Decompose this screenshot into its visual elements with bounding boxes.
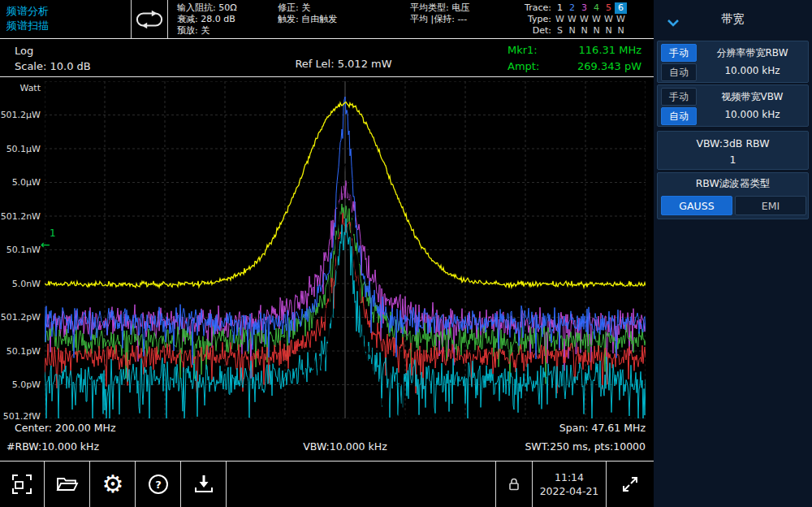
clock-display: 11:14 2022-04-21 [533,462,606,507]
continuous-sweep-button[interactable] [131,0,168,38]
folder-icon [56,474,79,494]
fullscreen-icon [621,475,639,493]
trace-number-row: Trace:123456 [518,2,627,14]
sweep-time-readout: SWT:250 ms, pts:10000 [483,440,646,453]
ref-level-label[interactable]: Ref Lel: 5.012 mW [262,58,425,70]
mode-spectrum-scan[interactable]: 频谱扫描 [6,19,49,33]
trace-2-type: W [566,14,578,25]
vbw-readout: VBW:10.000 kHz [268,440,422,453]
vbw-manual-button[interactable]: 手动 [661,88,697,106]
sweep-loop-icon [136,9,163,30]
spectrum-plot[interactable] [45,81,646,418]
trace-1-det: S [554,25,566,37]
rbw-value[interactable]: 10.000 kHz [698,65,806,76]
lock-icon [508,477,520,492]
chart-header: Log Scale: 10.0 dB Ref Lel: 5.012 mW Mkr… [0,40,654,77]
trace-1-type: W [554,14,566,25]
rbw-filter-type-block: RBW滤波器类型 GAUSS EMI [657,172,809,219]
y-axis-label: 5.0pW [0,379,41,390]
average-type: 平均类型: 电压 [410,2,469,14]
y-axis-label: 501.2μW [0,110,41,120]
trace-detector-row: Det:SNNNNN [518,25,627,37]
mode-spectrum-analysis[interactable]: 频谱分析 [6,4,49,19]
time-display: 11:14 [555,470,584,484]
mode-menu: 频谱分析 频谱扫描 [6,4,49,33]
help-icon: ? [149,474,168,494]
sidebar-header: 带宽 [654,0,812,39]
file-open-button[interactable] [45,462,90,507]
correction: 修正: 关 [278,2,337,14]
bandwidth-menu-panel: 带宽 手动 自动 分辨率带宽RBW 10.000 kHz 手动 自动 视频带宽V… [654,0,812,507]
scale-type-label: Log [15,45,33,57]
trigger: 触发: 自由触发 [278,14,337,25]
trace-3-selector[interactable]: 3 [578,2,590,14]
fullscreen-button[interactable] [607,462,654,507]
trace-1-selector[interactable]: 1 [554,2,566,14]
gear-icon: ⚙ [102,472,124,496]
vbw-rbw-ratio-block[interactable]: VBW:3dB RBW 1 [657,131,809,170]
marker1-label: Mkr1: [508,44,538,56]
marker1-indicator: 1 [50,228,56,239]
span-frequency[interactable]: Span: 47.61 MHz [499,422,646,434]
trace-2-det: N [566,25,578,37]
trace-5-selector[interactable]: 5 [603,2,615,14]
ratio-label: VBW:3dB RBW [658,137,808,150]
bottom-toolbar: ⚙ ? 11:14 2022-04-21 [0,461,654,507]
save-download-icon [193,474,214,495]
trace-6-selector[interactable]: 6 [615,2,627,14]
y-axis-label: 5.0μW [0,177,41,188]
scale-label: Scale: 10.0 dB [15,60,91,72]
trace-4-type: W [590,14,603,25]
sidebar-title: 带宽 [654,12,812,27]
y-axis-label: 50.1μW [0,144,41,154]
ratio-value: 1 [658,154,808,166]
date-display: 2022-04-21 [540,484,599,498]
trace-4-det: N [590,25,603,37]
type-row-label: Type: [518,14,554,25]
trace-6-det: N [615,25,627,37]
y-axis-label: 5.0nW [0,279,41,289]
rbw-label: 分辨率带宽RBW [698,46,806,60]
filter-emi-button[interactable]: EMI [735,196,806,215]
spectrum-analyzer-app: 频谱分析 频谱扫描 输入阻抗: 50Ω 衰减: 28.0 dB 预放: 关 修正… [0,0,812,507]
input-settings-column: 输入阻抗: 50Ω 衰减: 28.0 dB 预放: 关 [177,2,237,37]
rbw-manual-button[interactable]: 手动 [661,44,697,62]
help-button[interactable]: ? [136,462,181,507]
filter-type-label: RBW滤波器类型 [658,177,808,191]
filter-gauss-button[interactable]: GAUSS [661,196,732,215]
settings-button[interactable]: ⚙ [91,462,136,507]
marker1-arrow-icon: ← [41,238,50,251]
trace-5-type: W [603,14,615,25]
save-button[interactable] [182,462,227,507]
top-status-bar: 频谱分析 频谱扫描 输入阻抗: 50Ω 衰减: 28.0 dB 预放: 关 修正… [0,0,654,39]
input-impedance: 输入阻抗: 50Ω [177,2,237,14]
marker1-ampt-label: Ampt: [508,60,539,72]
y-axis-label: 501.2fW [0,411,41,422]
trace-2-selector[interactable]: 2 [566,2,578,14]
rbw-auto-button[interactable]: 自动 [661,63,697,81]
trace-3-type: W [578,14,590,25]
vbw-label: 视频带宽VBW [698,90,806,104]
marker1-frequency: 116.31 MHz [542,44,641,56]
trace-4-selector[interactable]: 4 [590,2,603,14]
center-frequency[interactable]: Center: 200.00 MHz [15,422,116,434]
y-axis-unit: Watt [0,83,41,93]
y-axis-label: 50.1pW [0,346,41,357]
preamp: 预放: 关 [177,25,237,37]
marker1-amplitude: 269.343 pW [542,60,641,72]
average-settings-column: 平均类型: 电压 平均 |保持: --- [410,2,469,25]
vbw-auto-button[interactable]: 自动 [661,107,697,125]
y-axis-label: 501.2nW [0,211,41,222]
vbw-value[interactable]: 10.000 kHz [698,109,806,120]
vbw-setting-block: 手动 自动 视频带宽VBW 10.000 kHz [657,84,809,127]
rbw-readout: #RBW:10.000 kHz [6,440,99,453]
trace-type-row: Type:WWWWWW [518,14,627,25]
trace-3-det: N [578,25,590,37]
trace-5-det: N [603,25,615,37]
attenuation: 衰减: 28.0 dB [177,14,237,25]
screenshot-button[interactable] [0,462,45,507]
lock-button[interactable] [496,462,532,507]
average-hold: 平均 |保持: --- [410,14,469,25]
y-axis-label: 50.1nW [0,245,41,255]
y-axis-label: 501.2pW [0,312,41,323]
